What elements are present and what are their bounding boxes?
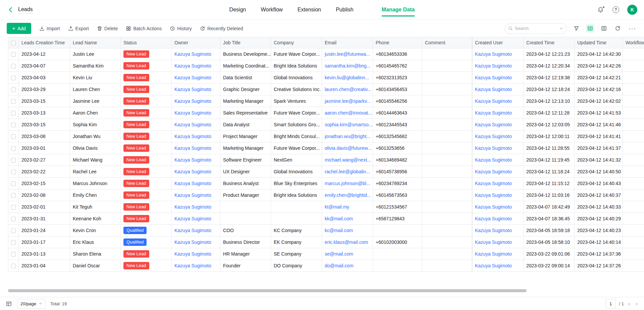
column-header[interactable]: Workflow [623,37,644,48]
row-checkbox[interactable] [11,64,16,69]
created-user-link[interactable]: Kazuya Sugimoto [472,225,524,236]
owner-link[interactable]: Kazuya Sugimoto [172,225,220,236]
tab-publish[interactable]: Publish [336,0,353,19]
email-link[interactable]: samantha.kim@brig... [322,60,373,72]
search-box[interactable] [504,23,567,34]
email-link[interactable]: olivia.davis@futurew... [322,142,373,154]
owner-link[interactable]: Kazuya Sugimoto [172,166,220,178]
table-view-button[interactable] [586,24,594,33]
column-header[interactable]: Leads Creation Time [19,37,70,48]
page-input[interactable] [606,299,616,308]
delete-button[interactable]: Delete [97,26,118,31]
created-user-link[interactable]: Kazuya Sugimoto [472,201,524,213]
more-button[interactable]: ··· [627,24,637,33]
history-button[interactable]: History [170,26,192,31]
email-link[interactable]: kc@mail.com [322,225,373,236]
created-user-link[interactable]: Kazuya Sugimoto [472,178,524,189]
email-link[interactable]: marcus.johnson@bl... [322,178,373,189]
created-user-link[interactable]: Kazuya Sugimoto [472,248,524,260]
column-header[interactable]: Company [271,37,322,48]
help-button[interactable]: ? [612,6,620,14]
tab-extension[interactable]: Extension [298,0,321,19]
tab-design[interactable]: Design [229,0,246,19]
email-link[interactable]: jonathan.wu@bright... [322,131,373,142]
owner-link[interactable]: Kazuya Sugimoto [172,95,220,107]
owner-link[interactable]: Kazuya Sugimoto [172,107,220,119]
column-header[interactable]: Comment [422,37,472,48]
page-title[interactable]: Leads [18,6,33,13]
notifications-button[interactable] [597,6,604,14]
user-avatar[interactable]: K [627,5,637,15]
search-input[interactable] [515,26,557,31]
row-checkbox[interactable] [11,170,16,174]
owner-link[interactable]: Kazuya Sugimoto [172,119,220,131]
export-button[interactable]: Export [68,26,89,31]
column-header[interactable]: Status [121,37,172,48]
email-link[interactable]: kevin.liu@globalinn... [322,72,373,84]
refresh-button[interactable] [613,24,622,33]
column-header[interactable]: Created User [472,37,524,48]
row-checkbox[interactable] [11,123,16,127]
row-checkbox[interactable] [11,240,16,245]
owner-link[interactable]: Kazuya Sugimoto [172,178,220,189]
row-checkbox[interactable] [11,99,16,104]
page-size-select[interactable]: 20/page [17,299,46,309]
prev-page-button[interactable]: ‹ [627,301,631,307]
row-checkbox[interactable] [11,52,16,57]
horizontal-scrollbar[interactable] [8,289,527,292]
created-user-link[interactable]: Kazuya Sugimoto [472,72,524,84]
column-header[interactable]: Email [322,37,373,48]
email-link[interactable]: rachel.lee@globalin... [322,166,373,178]
email-link[interactable]: sophia.kim@smartso... [322,119,373,131]
row-checkbox[interactable] [11,205,16,210]
email-link[interactable]: emily.chen@brightid... [322,189,373,201]
owner-link[interactable]: Kazuya Sugimoto [172,236,220,248]
created-user-link[interactable]: Kazuya Sugimoto [472,48,524,60]
back-button[interactable] [7,6,15,14]
batch-actions-button[interactable]: Batch Actions [126,26,162,31]
email-link[interactable]: do@mail.com [322,260,373,272]
owner-link[interactable]: Kazuya Sugimoto [172,131,220,142]
owner-link[interactable]: Kazuya Sugimoto [172,260,220,272]
created-user-link[interactable]: Kazuya Sugimoto [472,189,524,201]
select-all-checkbox[interactable] [11,41,16,45]
email-link[interactable]: justin.lee@futurewa... [322,48,373,60]
column-header[interactable]: Lead Name [70,37,121,48]
row-checkbox[interactable] [11,76,16,80]
tab-workflow[interactable]: Workflow [261,0,283,19]
email-link[interactable]: lauren.chen@creativ... [322,84,373,95]
owner-link[interactable]: Kazuya Sugimoto [172,142,220,154]
email-link[interactable]: eric.klaus@mail.com [322,236,373,248]
created-user-link[interactable]: Kazuya Sugimoto [472,95,524,107]
owner-link[interactable]: Kazuya Sugimoto [172,189,220,201]
created-user-link[interactable]: Kazuya Sugimoto [472,142,524,154]
column-header[interactable]: Owner [172,37,220,48]
email-link[interactable]: se@mail.com [322,248,373,260]
row-checkbox[interactable] [11,181,16,186]
kanban-view-button[interactable] [600,24,608,33]
column-header[interactable]: Phone [373,37,422,48]
owner-link[interactable]: Kazuya Sugimoto [172,154,220,166]
row-checkbox[interactable] [11,228,16,233]
created-user-link[interactable]: Kazuya Sugimoto [472,84,524,95]
owner-link[interactable]: Kazuya Sugimoto [172,72,220,84]
owner-link[interactable]: Kazuya Sugimoto [172,84,220,95]
next-page-button[interactable]: › [635,301,639,307]
owner-link[interactable]: Kazuya Sugimoto [172,48,220,60]
row-checkbox[interactable] [11,264,16,268]
row-checkbox[interactable] [11,134,16,139]
recently-deleted-button[interactable]: Recently Deleted [200,26,243,31]
owner-link[interactable]: Kazuya Sugimoto [172,60,220,72]
row-checkbox[interactable] [11,193,16,198]
row-checkbox[interactable] [11,252,16,257]
row-checkbox[interactable] [11,217,16,221]
filter-button[interactable] [572,24,581,33]
field-config-button[interactable] [5,300,12,307]
owner-link[interactable]: Kazuya Sugimoto [172,248,220,260]
created-user-link[interactable]: Kazuya Sugimoto [472,107,524,119]
created-user-link[interactable]: Kazuya Sugimoto [472,119,524,131]
row-checkbox[interactable] [11,111,16,116]
email-link[interactable]: jasmine.lee@sparkv... [322,95,373,107]
created-user-link[interactable]: Kazuya Sugimoto [472,236,524,248]
created-user-link[interactable]: Kazuya Sugimoto [472,60,524,72]
